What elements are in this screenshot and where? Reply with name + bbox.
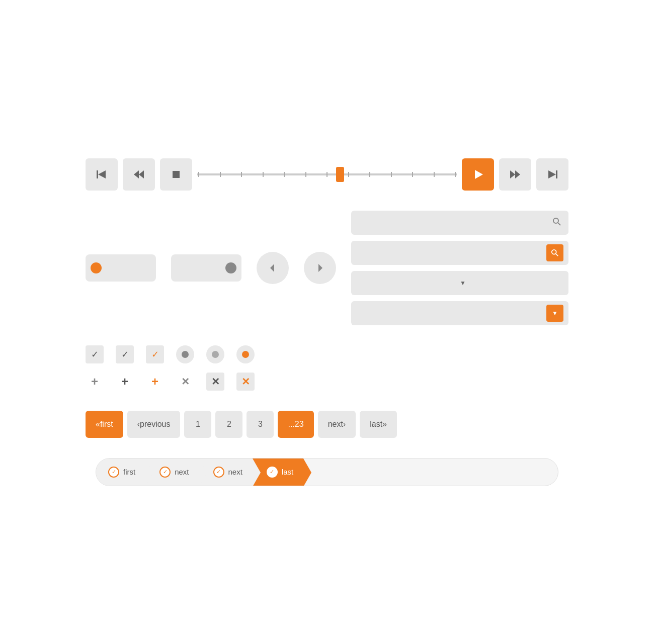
dropdown-arrow-orange: ▼: [546, 305, 563, 322]
step-check-next-1: ✓: [159, 467, 171, 478]
checkbox-orange[interactable]: ✓: [146, 345, 164, 363]
slider-thumb[interactable]: [336, 167, 344, 182]
x-boxed-medium[interactable]: ✕: [206, 373, 224, 391]
prev-circle-button[interactable]: [257, 252, 289, 284]
svg-marker-10: [270, 264, 274, 272]
svg-rect-9: [556, 170, 557, 178]
plus-medium[interactable]: +: [116, 373, 134, 391]
search-bar-2[interactable]: [351, 241, 568, 265]
last-page-button[interactable]: last»: [360, 411, 397, 438]
svg-marker-3: [134, 170, 139, 178]
svg-line-13: [558, 223, 560, 225]
step-label-next-2: next: [228, 468, 242, 476]
plus-light[interactable]: +: [86, 373, 104, 391]
checkbox-row: ✓ ✓ ✓: [86, 345, 255, 363]
svg-marker-2: [139, 170, 144, 178]
checkbox-light[interactable]: ✓: [86, 345, 104, 363]
svg-marker-8: [548, 170, 556, 178]
play-button[interactable]: [462, 158, 494, 191]
svg-marker-7: [515, 170, 520, 178]
toggle-right[interactable]: [171, 254, 241, 282]
search-bar-1[interactable]: [351, 211, 568, 235]
skip-back-button[interactable]: [86, 158, 118, 191]
dropdown-2[interactable]: ▼: [351, 301, 568, 325]
radio-light[interactable]: [206, 345, 224, 363]
step-check-first: ✓: [108, 467, 119, 478]
x-light[interactable]: ✕: [176, 373, 194, 391]
first-page-button[interactable]: «first: [86, 411, 123, 438]
pagination: «first ‹previous 1 2 3 ...23 next› last»: [86, 411, 568, 438]
stop-button[interactable]: [160, 158, 192, 191]
step-check-next-2: ✓: [213, 467, 224, 478]
breadcrumb-steps: ✓ first ✓ next ✓ next ✓ last: [96, 458, 558, 486]
radio-selected[interactable]: [236, 345, 255, 363]
next-page-button[interactable]: next›: [318, 411, 356, 438]
rewind-button[interactable]: [123, 158, 155, 191]
skip-forward-button[interactable]: [536, 158, 568, 191]
svg-line-15: [556, 253, 558, 255]
icon-grid: ✓ ✓ ✓ + + + ✕ ✕ ✕: [86, 345, 255, 391]
page-2-button[interactable]: 2: [215, 411, 242, 438]
toggle-dot-right: [225, 262, 236, 273]
search-button-1[interactable]: [550, 215, 563, 230]
fast-forward-button[interactable]: [499, 158, 531, 191]
previous-page-button[interactable]: ‹previous: [127, 411, 181, 438]
radio-dot-dark: [182, 351, 189, 358]
svg-marker-1: [98, 170, 106, 178]
main-container: ▼ ▼ ✓ ✓ ✓: [86, 138, 568, 506]
search-input-2[interactable]: [356, 249, 546, 257]
icon-section: ✓ ✓ ✓ + + + ✕ ✕ ✕: [86, 345, 568, 391]
svg-marker-5: [475, 170, 483, 179]
svg-rect-0: [97, 170, 98, 178]
plus-orange[interactable]: +: [146, 373, 164, 391]
svg-marker-11: [318, 264, 322, 272]
radio-dot-orange: [242, 351, 249, 358]
step-first[interactable]: ✓ first: [96, 458, 145, 486]
svg-marker-6: [510, 170, 515, 178]
page-3-button[interactable]: 3: [247, 411, 274, 438]
dropdown-1[interactable]: ▼: [351, 271, 568, 295]
radio-dot-gray: [212, 351, 219, 358]
next-circle-button[interactable]: [304, 252, 336, 284]
inputs-column: ▼ ▼: [351, 211, 568, 325]
step-check-last: ✓: [267, 467, 278, 478]
progress-slider[interactable]: [197, 173, 457, 175]
step-label-next-1: next: [175, 468, 189, 476]
search-input-1[interactable]: [356, 219, 550, 227]
toggle-left[interactable]: [86, 254, 156, 282]
svg-point-14: [552, 249, 556, 254]
plus-x-row: + + + ✕ ✕ ✕: [86, 373, 255, 391]
svg-point-12: [553, 218, 558, 223]
toggle-dot-left: [91, 262, 102, 273]
svg-rect-4: [173, 171, 180, 178]
ellipsis-page-button[interactable]: ...23: [278, 411, 313, 438]
dropdown-arrow-gray: ▼: [460, 280, 563, 287]
media-controls: [86, 158, 568, 191]
step-label-first: first: [123, 468, 135, 476]
step-label-last: last: [282, 468, 293, 476]
page-1-button[interactable]: 1: [184, 411, 211, 438]
search-icon-orange[interactable]: [546, 244, 563, 261]
x-boxed-orange[interactable]: ✕: [236, 373, 255, 391]
radio-unselected[interactable]: [176, 345, 194, 363]
checkbox-medium[interactable]: ✓: [116, 345, 134, 363]
